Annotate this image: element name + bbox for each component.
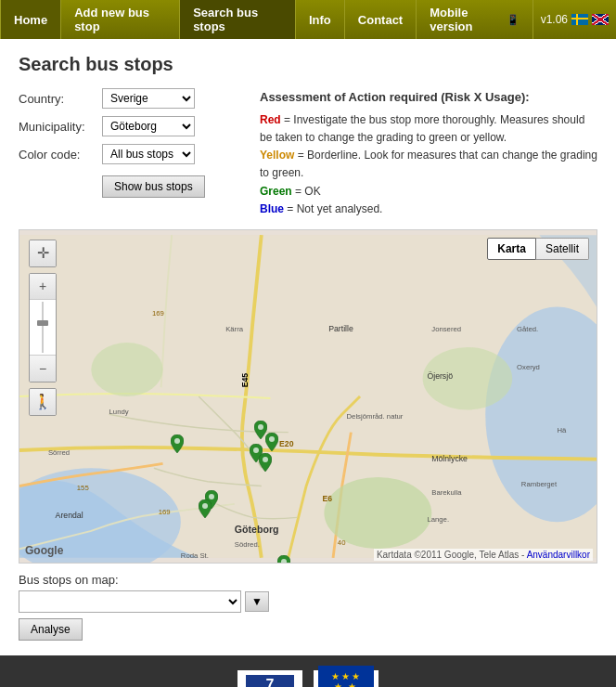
svg-point-50 (269, 436, 275, 442)
svg-text:E6: E6 (322, 494, 332, 503)
yellow-text: = Borderline. Look for measures that can… (260, 149, 597, 179)
map-marker[interactable] (265, 433, 278, 451)
analyse-button[interactable]: Analyse (19, 618, 83, 641)
google-logo: Google (25, 544, 63, 557)
svg-text:Jonsered: Jonsered (431, 325, 461, 333)
attribution-text: Kartdata ©2011 Google, Tele Atlas - (377, 550, 527, 560)
footer: 7 ★ ★ ★ ★ ★ COOPERATION ★★★★ ★★★★ EUROPE… (0, 655, 616, 687)
yellow-label: Yellow (260, 149, 294, 162)
svg-text:Kärra: Kärra (225, 325, 244, 333)
map-svg: E45 E20 E6 155 40 169 169 Göteborg Mölnd… (19, 230, 597, 563)
zoom-control: + − (29, 273, 57, 382)
svg-text:Södred.: Södred. (235, 540, 260, 549)
svg-text:Delsjömråd. natur: Delsjömråd. natur (347, 412, 404, 421)
blue-text: = Not yet analysed. (284, 202, 382, 215)
nav-mobile-version[interactable]: Mobile version 📱 (417, 0, 533, 39)
nav-add-bus-stop[interactable]: Add new bus stop (61, 0, 180, 39)
zoom-out-button[interactable]: − (30, 356, 56, 382)
fp7-logo: 7 ★ ★ ★ ★ ★ COOPERATION (237, 670, 302, 687)
map-marker[interactable] (199, 499, 212, 518)
zoom-slider[interactable] (42, 302, 44, 353)
svg-text:Arendal: Arendal (56, 511, 83, 520)
nav-info[interactable]: Info (296, 0, 345, 39)
svg-text:155: 155 (77, 484, 89, 492)
form-left: Country: Sverige Municipality: Göteborg … (19, 88, 241, 198)
assessment-title: Assessment of Action required (Risk X Us… (260, 88, 597, 108)
nav-search-bus-stops[interactable]: Search bus stops (180, 0, 296, 39)
street-view-control: 🚶 (29, 388, 57, 416)
satellit-button[interactable]: Satellit (536, 238, 589, 260)
svg-point-54 (202, 503, 208, 509)
svg-point-49 (258, 424, 263, 430)
color-code-label: Color code: (19, 148, 102, 162)
map-marker[interactable] (277, 555, 290, 564)
bus-stop-select-row: ▼ (19, 590, 597, 613)
svg-text:Partille: Partille (328, 324, 353, 333)
flag-uk[interactable] (592, 14, 609, 25)
svg-point-48 (174, 438, 180, 444)
flag-sweden[interactable] (571, 14, 588, 25)
navbar: Home Add new bus stop Search bus stops I… (0, 0, 616, 39)
green-text: = OK (292, 185, 321, 198)
municipality-label: Municipality: (19, 120, 102, 134)
assessment-red: Red = Investigate the bus stop more thor… (260, 111, 597, 147)
svg-text:Göteborg: Göteborg (235, 524, 279, 535)
show-stops-container: Show bus stops (19, 172, 241, 198)
map-container[interactable]: E45 E20 E6 155 40 169 169 Göteborg Mölnd… (19, 229, 597, 564)
svg-point-5 (91, 343, 162, 396)
mobile-icon: 📱 (507, 14, 520, 26)
svg-text:169: 169 (159, 508, 171, 516)
bus-stop-section: Bus stops on map: ▼ Analyse (19, 573, 597, 641)
attribution-link[interactable]: Användarvillkor (527, 550, 590, 560)
map-marker[interactable] (171, 434, 184, 453)
map-attribution: Kartdata ©2011 Google, Tele Atlas - Anvä… (374, 549, 593, 561)
municipality-row: Municipality: Göteborg (19, 116, 241, 136)
country-select[interactable]: Sverige (102, 88, 195, 109)
pan-control: ✛ (29, 240, 57, 267)
footer-logos: 7 ★ ★ ★ ★ ★ COOPERATION ★★★★ ★★★★ EUROPE… (15, 670, 601, 687)
karta-button[interactable]: Karta (487, 238, 536, 260)
svg-text:E20: E20 (279, 439, 294, 448)
assessment-blue: Blue = Not yet analysed. (260, 201, 597, 218)
main-content: Search bus stops Country: Sverige Munici… (0, 39, 616, 655)
svg-text:Mölnlycke: Mölnlycke (431, 453, 468, 462)
nav-home[interactable]: Home (0, 0, 61, 39)
svg-point-52 (263, 457, 268, 462)
svg-text:Oxeryd: Oxeryd (517, 363, 540, 371)
show-stops-button[interactable]: Show bus stops (102, 175, 205, 198)
bus-stop-label: Bus stops on map: (19, 573, 597, 587)
red-text: = Investigate the bus stop more thorough… (260, 113, 584, 144)
red-label: Red (260, 113, 281, 126)
map-type-buttons: Karta Satellit (487, 238, 589, 260)
green-label: Green (260, 185, 292, 198)
pan-button[interactable]: ✛ (30, 240, 56, 266)
pegman-container: 🚶 (29, 388, 57, 416)
assessment-yellow: Yellow = Borderline. Look for measures t… (260, 147, 597, 182)
svg-text:Ramberget: Ramberget (521, 480, 558, 488)
svg-text:Barekulla: Barekulla (431, 488, 462, 497)
map-marker[interactable] (259, 453, 272, 472)
country-row: Country: Sverige (19, 88, 241, 109)
svg-text:40: 40 (338, 538, 346, 547)
color-code-row: Color code: All bus stops (19, 144, 241, 164)
svg-text:Hä: Hä (558, 426, 568, 434)
zoom-slider-track (30, 300, 56, 356)
assessment-box: Assessment of Action required (Risk X Us… (260, 88, 597, 218)
pegman-button[interactable]: 🚶 (30, 389, 56, 415)
nav-contact[interactable]: Contact (345, 0, 417, 39)
version-text: v1.06 (541, 13, 568, 26)
page-title: Search bus stops (19, 54, 597, 75)
form-layout: Country: Sverige Municipality: Göteborg … (19, 88, 597, 218)
zoom-in-button[interactable]: + (30, 274, 56, 300)
map-controls: ✛ + − 🚶 (29, 240, 57, 416)
bus-stop-select[interactable] (19, 590, 241, 613)
zoom-handle[interactable] (37, 320, 48, 326)
bus-stop-dropdown-arrow[interactable]: ▼ (245, 591, 269, 612)
version-area: v1.06 (533, 0, 616, 39)
svg-text:Lange.: Lange. (427, 515, 449, 524)
country-label: Country: (19, 92, 102, 106)
svg-text:E45: E45 (240, 373, 250, 388)
svg-text:Lundy: Lundy (109, 408, 129, 416)
color-code-select[interactable]: All bus stops (102, 144, 195, 164)
municipality-select[interactable]: Göteborg (102, 116, 195, 136)
